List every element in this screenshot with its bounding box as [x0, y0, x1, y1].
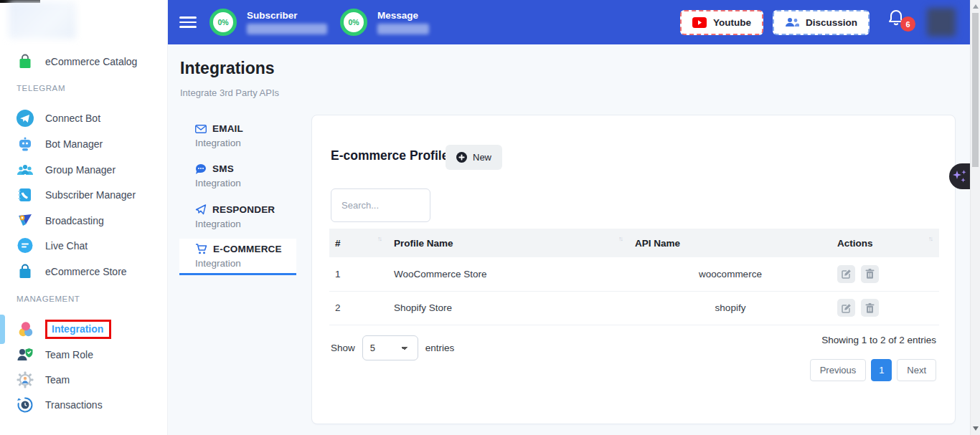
new-button[interactable]: New — [446, 145, 502, 170]
scroll-down-arrow[interactable] — [973, 426, 979, 431]
scroll-up-arrow[interactable] — [973, 4, 979, 9]
sidebar-item-broadcasting[interactable]: Broadcasting — [0, 208, 168, 234]
tab-title: SMS — [212, 163, 234, 174]
cell-profile-name: WooCommerce Store — [388, 257, 629, 291]
sms-bubble-icon — [195, 163, 207, 174]
edit-icon — [842, 269, 852, 279]
telegram-icon — [16, 109, 34, 128]
group-icon — [16, 161, 34, 179]
youtube-button-label: Youtube — [713, 17, 751, 28]
cell-num: 2 — [329, 291, 388, 325]
tab-responder-integration[interactable]: RESPONDER Integration — [195, 204, 303, 229]
page-size-select[interactable]: 5 — [362, 335, 418, 360]
new-button-label: New — [473, 152, 491, 163]
page-subtitle: Integrate 3rd Party APIs — [180, 87, 279, 98]
envelope-icon — [195, 125, 207, 133]
shopping-bag-blue-icon — [16, 262, 34, 281]
sidebar-item-ecommerce-store[interactable]: eCommerce Store — [0, 259, 168, 285]
table-summary: Showing 1 to 2 of 2 entries — [821, 335, 936, 345]
sidebar-item-team[interactable]: Team — [0, 367, 168, 393]
sidebar-item-integration[interactable]: Integration — [0, 316, 168, 342]
person-shield-icon — [16, 345, 34, 364]
tab-title: E-COMMERCE — [213, 244, 282, 254]
sidebar-item-bot-manager[interactable]: Bot Manager — [0, 131, 168, 157]
discussion-button-label: Discussion — [806, 17, 857, 28]
cell-num: 1 — [329, 257, 388, 291]
tab-ecommerce-integration[interactable]: E-COMMERCE Integration — [179, 239, 296, 275]
sidebar-item-live-chat[interactable]: Live Chat — [0, 233, 168, 259]
discussion-button[interactable]: Discussion — [773, 10, 870, 35]
tab-title: RESPONDER — [212, 204, 275, 215]
tab-sms-integration[interactable]: SMS Integration — [195, 163, 303, 188]
sidebar-item-transactions[interactable]: Transactions — [0, 392, 168, 418]
pagination: Previous 1 Next — [810, 359, 936, 381]
robot-icon — [16, 135, 34, 153]
sidebar-item-label: Transactions — [45, 399, 103, 411]
column-header-profile-name[interactable]: Profile Name↑↓ — [388, 229, 629, 257]
column-header-actions[interactable]: Actions↑↓ — [831, 229, 939, 257]
plus-circle-icon — [456, 152, 467, 163]
sidebar-item-subscriber-manager[interactable]: Subscriber Manager — [0, 182, 168, 208]
cart-icon — [195, 244, 207, 254]
vertical-scrollbar[interactable] — [970, 0, 980, 435]
cell-api-name: shopify — [629, 291, 831, 325]
sidebar-item-connect-bot[interactable]: Connect Bot — [0, 105, 168, 131]
sort-icon: ↑↓ — [377, 235, 381, 242]
previous-page-button[interactable]: Previous — [810, 359, 867, 381]
table-header-row: #↑↓ Profile Name↑↓ API Name Actions↑↓ — [329, 229, 939, 257]
notification-count-badge: 6 — [900, 16, 915, 32]
subscriber-progress-ring: 0% — [209, 9, 237, 36]
column-header-api-name[interactable]: API Name — [629, 229, 831, 257]
tab-subtitle: Integration — [195, 178, 303, 188]
column-label: API Name — [635, 238, 680, 249]
topbar: 0% Subscriber 0% Message Youtube Discuss… — [168, 0, 970, 44]
column-header-num[interactable]: #↑↓ — [329, 229, 388, 257]
card-title: E-commerce Profile — [331, 148, 448, 163]
column-label: Actions — [837, 238, 873, 249]
sidebar-item-label: Live Chat — [45, 240, 88, 252]
sidebar-item-ecommerce-catalog[interactable]: eCommerce Catalog — [0, 49, 168, 75]
tab-title: EMAIL — [212, 123, 243, 134]
column-label: # — [335, 238, 341, 249]
sidebar-item-team-role[interactable]: Team Role — [0, 342, 168, 368]
table-row: 1 WooCommerce Store woocommerce — [329, 257, 939, 291]
gear-person-icon — [16, 371, 34, 389]
user-avatar[interactable] — [927, 8, 956, 37]
contact-book-icon — [16, 186, 34, 204]
sidebar-item-label: Team Role — [45, 349, 93, 360]
annotation-highlight-box: Integration — [45, 320, 111, 339]
sidebar-item-label: Team — [45, 374, 70, 386]
hamburger-menu-icon[interactable] — [179, 14, 197, 32]
search-input[interactable] — [331, 188, 430, 222]
notifications-button[interactable]: 6 — [887, 8, 911, 37]
scrollbar-thumb[interactable] — [972, 13, 979, 167]
next-page-button[interactable]: Next — [897, 359, 936, 381]
youtube-icon — [692, 17, 707, 28]
sidebar: eCommerce Catalog TELEGRAM Connect Bot B… — [0, 0, 168, 435]
sidebar-section-telegram: TELEGRAM — [0, 84, 168, 92]
tab-subtitle: Integration — [195, 258, 282, 269]
tab-email-integration[interactable]: EMAIL Integration — [195, 123, 303, 148]
page-1-button[interactable]: 1 — [871, 359, 892, 381]
ecommerce-profile-card: E-commerce Profile New #↑↓ Profile Name↑… — [311, 115, 956, 424]
tab-subtitle: Integration — [195, 138, 303, 148]
edit-button[interactable] — [837, 299, 855, 317]
delete-button[interactable] — [861, 265, 879, 283]
delete-button[interactable] — [861, 299, 879, 317]
main-content: Integrations Integrate 3rd Party APIs EM… — [168, 44, 970, 435]
assistant-toggle-button[interactable] — [949, 163, 970, 189]
chat-bubble-icon — [16, 236, 34, 255]
shopping-bag-green-icon — [16, 52, 34, 71]
people-icon — [785, 16, 799, 28]
trash-icon — [865, 303, 875, 313]
tab-subtitle: Integration — [195, 219, 303, 229]
history-clock-icon — [16, 396, 34, 414]
edit-button[interactable] — [837, 265, 855, 283]
youtube-button[interactable]: Youtube — [680, 10, 763, 35]
message-stat-label: Message — [377, 10, 429, 21]
subscriber-stat: 0% Subscriber — [209, 9, 327, 36]
sidebar-item-group-manager[interactable]: Group Manager — [0, 157, 168, 183]
show-label: Show — [331, 343, 355, 353]
subscriber-stat-label: Subscriber — [247, 10, 327, 21]
page-title: Integrations — [180, 59, 275, 78]
